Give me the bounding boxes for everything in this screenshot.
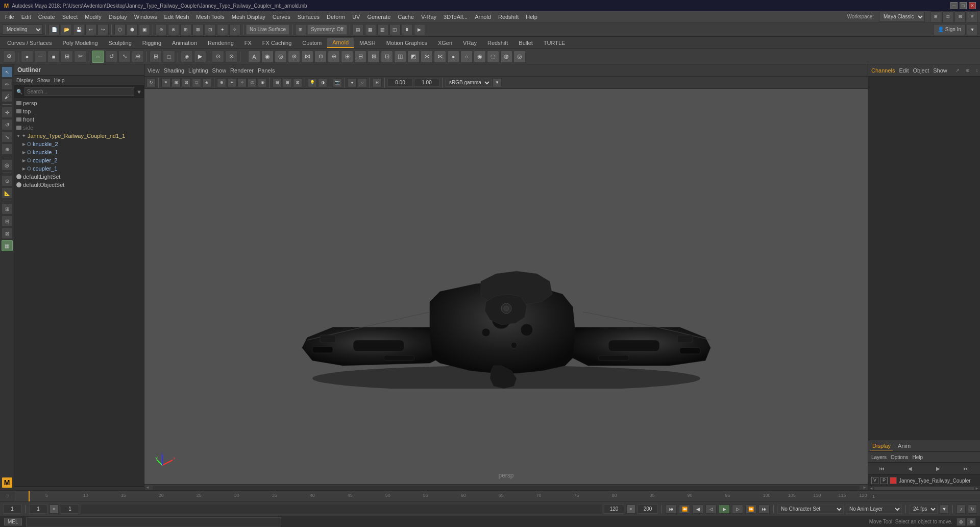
scroll-right-icon[interactable]: ► [862, 485, 868, 490]
snap4-btn[interactable]: ⊠ [192, 24, 204, 35]
menu-3dtoall[interactable]: 3DToAll... [440, 13, 471, 21]
scroll-left-icon[interactable]: ◄ [144, 485, 151, 490]
vp-menu-panels[interactable]: Panels [258, 67, 275, 74]
menu-help[interactable]: Help [523, 13, 541, 21]
viewport-canvas[interactable]: persp X Y Z [144, 89, 868, 484]
tab-xgen[interactable]: XGen [433, 38, 457, 47]
vp-btn1[interactable]: ≡ [161, 78, 170, 87]
undo-btn[interactable]: ↩ [85, 24, 96, 35]
icon-arnold19[interactable]: ◌ [487, 51, 499, 63]
icon-arnold4[interactable]: ⊛ [288, 51, 300, 63]
next-frame-btn[interactable]: ⏩ [745, 505, 756, 514]
icon-arnold6[interactable]: ⊜ [314, 51, 327, 63]
play-back-btn[interactable]: ◁ [705, 505, 717, 514]
snap-tool[interactable]: ◎ [2, 159, 13, 171]
menu-edit-mesh[interactable]: Edit Mesh [161, 13, 192, 21]
outliner-item-front[interactable]: front [14, 115, 144, 124]
camera-near-input[interactable] [387, 79, 413, 87]
rp-edit-tab[interactable]: Edit [899, 67, 909, 74]
icon-arnold15[interactable]: ⋉ [434, 51, 446, 63]
workspace-btn-4[interactable]: ≡ [967, 11, 978, 22]
vp-iso2[interactable]: ○ [358, 78, 367, 87]
vp-menu-shading[interactable]: Shading [164, 67, 184, 74]
icon-arnold7[interactable]: ⊝ [328, 51, 340, 63]
outliner-item-knuckle1[interactable]: ▶ ⬡ knuckle_1 [14, 148, 144, 156]
outliner-item-persp[interactable]: persp [14, 99, 144, 107]
current-time-marker[interactable] [29, 491, 30, 502]
tb3[interactable]: ▧ [377, 24, 388, 35]
vp-btn10[interactable]: ◉ [258, 78, 267, 87]
menu-display[interactable]: Display [106, 13, 130, 21]
icon-multicut[interactable]: ✂ [74, 51, 86, 63]
vp-cam-btn[interactable]: 📷 [333, 78, 342, 87]
vp-btn7[interactable]: ✦ [227, 78, 236, 87]
redo-btn[interactable]: ↪ [97, 24, 109, 35]
vp-light-btn[interactable]: 💡 [308, 78, 317, 87]
tab-poly-modeling[interactable]: Poly Modeling [57, 38, 103, 47]
audio-btn[interactable]: ♪ [957, 505, 966, 514]
outliner-item-top[interactable]: top [14, 107, 144, 115]
vp-hud-btn[interactable]: H [373, 78, 382, 87]
paint-tool[interactable]: ✏ [2, 79, 13, 90]
workspace-btn-2[interactable]: ⊡ [942, 11, 953, 22]
icon-arnold5[interactable]: ⋈ [301, 51, 313, 63]
rp-scroll-thumb[interactable] [874, 487, 974, 490]
expand-btn[interactable]: ▼ [967, 24, 978, 35]
layer-item[interactable]: V P Janney_Type_Railway_Coupler [868, 475, 980, 486]
camera-far-input[interactable] [414, 79, 439, 87]
layers-menu-options[interactable]: Options [891, 454, 908, 460]
title-bar-right[interactable]: ─ □ ✕ [950, 2, 976, 9]
outliner-scrollbar[interactable]: ◄ ► [14, 486, 144, 490]
icon-arnold18[interactable]: ◉ [474, 51, 486, 63]
vp-menu-renderer[interactable]: Renderer [230, 67, 254, 74]
vp-btn9[interactable]: ◎ [248, 78, 257, 87]
fps-dropdown[interactable]: 24 fps [910, 505, 938, 514]
layer-p-btn[interactable]: P [880, 477, 888, 484]
range-end-input[interactable] [604, 505, 624, 514]
outliner-item-side[interactable]: side [14, 124, 144, 132]
rp-channels-tab[interactable]: Channels [871, 67, 895, 74]
tab-custom[interactable]: Custom [297, 38, 327, 47]
layer-back-btn[interactable]: ◀ [905, 464, 915, 473]
menu-curves[interactable]: Curves [270, 13, 293, 21]
tb4[interactable]: ◫ [389, 24, 401, 35]
rp-icon2[interactable]: ⊕ [966, 68, 970, 73]
vp-gamma-expand[interactable]: ▼ [493, 78, 502, 87]
tab-rendering[interactable]: Rendering [203, 38, 239, 47]
vp-shadow-btn[interactable]: ◑ [318, 78, 327, 87]
tab-fx-caching[interactable]: FX Caching [257, 38, 297, 47]
icon-single-view[interactable]: □ [163, 51, 175, 63]
select-btn[interactable]: ⬡ [114, 24, 126, 35]
icon-arnold16[interactable]: ● [447, 51, 459, 63]
icon-arnold13[interactable]: ◩ [407, 51, 420, 63]
outliner-item-root-group[interactable]: ▼ ✦ Janney_Type_Railway_Coupler_nd1_1 [14, 132, 144, 140]
menu-edit[interactable]: Edit [18, 13, 34, 21]
character-set-dropdown[interactable]: No Character Set [777, 505, 844, 514]
menu-uv[interactable]: UV [349, 13, 363, 21]
layers-menu-help[interactable]: Help [912, 454, 923, 460]
vp-btn4[interactable]: □ [192, 78, 201, 87]
icon-render2[interactable]: ▶ [194, 51, 206, 63]
tab-fx[interactable]: FX [239, 38, 257, 47]
select3-btn[interactable]: ▣ [139, 24, 150, 35]
next-btn[interactable]: ▷ [732, 505, 743, 514]
snap5-btn[interactable]: ⊡ [205, 24, 216, 35]
lasso-tool[interactable]: ⊙ [2, 175, 13, 186]
vp-wire-btn[interactable]: ⊟ [273, 78, 282, 87]
menu-file[interactable]: File [2, 13, 17, 21]
no-live-surface-badge[interactable]: No Live Surface [246, 25, 289, 35]
mel-badge[interactable]: MEL [4, 518, 22, 525]
menu-generate[interactable]: Generate [364, 13, 394, 21]
vp-btn3[interactable]: ⊡ [182, 78, 191, 87]
measure-tool[interactable]: 📐 [2, 187, 13, 199]
viewport-scrollbar[interactable] [153, 486, 860, 490]
grid4-tool[interactable]: ▦ [2, 240, 13, 251]
rp-icon1[interactable]: ↗ [955, 68, 960, 73]
command-input-area[interactable] [26, 517, 281, 526]
vp-btn5[interactable]: ◈ [202, 78, 211, 87]
menu-create[interactable]: Create [35, 13, 58, 21]
mode-dropdown[interactable]: Modeling [2, 25, 43, 35]
transform-tool[interactable]: ⊕ [2, 143, 13, 155]
timeline-ruler[interactable]: 5 10 15 20 25 30 35 40 45 50 55 60 65 70… [29, 491, 868, 502]
layer-forward-btn[interactable]: ▶ [934, 464, 943, 473]
